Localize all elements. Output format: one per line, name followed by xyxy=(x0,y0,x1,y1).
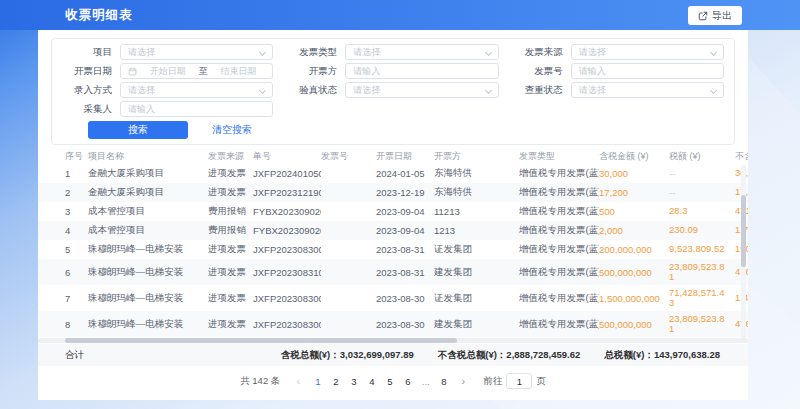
chevron-down-icon xyxy=(259,87,266,94)
table-row: 4成本管控项目费用报销FYBX202309020032023-09-041213… xyxy=(38,221,748,240)
cell-amount: 2,000 xyxy=(599,225,669,236)
select-8[interactable]: 请选择 xyxy=(571,82,724,98)
horizontal-scrollbar[interactable] xyxy=(38,338,748,343)
cell-date: 2023-08-30 xyxy=(376,293,434,304)
cell-source: 费用报销 xyxy=(208,205,253,218)
cell-type: 增值税专用发票(蓝) xyxy=(519,318,599,331)
select-1[interactable]: 请选择 xyxy=(345,44,498,60)
page-button-4[interactable]: 4 xyxy=(364,376,379,387)
cell-order_no: JXFP20230830001 xyxy=(253,293,321,304)
summary-tax-inclusive: 含税总额(¥)：3,032,699,097.89 xyxy=(281,349,414,362)
filter-field-查重状态: 查重状态请选择 xyxy=(513,82,724,98)
field-placeholder: 请选择 xyxy=(579,46,606,59)
page-button-2[interactable]: 2 xyxy=(328,376,343,387)
goto-page-label: 前往 xyxy=(483,375,502,388)
page-button-8[interactable]: 8 xyxy=(436,376,451,387)
cell-issuer: 建发集团 xyxy=(434,318,519,331)
cell-seq: 5 xyxy=(65,244,88,255)
cell-type: 增值税专用发票(蓝) xyxy=(519,224,599,237)
cell-seq: 8 xyxy=(65,319,88,330)
table-row: 6珠穆朗玛峰—电梯安装进项发票JXFP202308310012023-08-31… xyxy=(38,259,748,285)
cell-issuer: 证发集团 xyxy=(434,292,519,305)
date-separator: 至 xyxy=(199,65,208,78)
cell-type: 增值税专用发票(蓝) xyxy=(519,186,599,199)
vertical-scrollbar[interactable] xyxy=(741,165,746,343)
invoice-table: 序号项目名称发票来源单号发票号开票日期开票方发票类型含税金额 (¥)税额 (¥)… xyxy=(38,149,748,366)
column-header-3: 单号 xyxy=(253,150,321,163)
vertical-scrollbar-thumb[interactable] xyxy=(741,195,746,267)
cell-type: 增值税专用发票(蓝) xyxy=(519,292,599,305)
cell-tax: 23,809,523.81 xyxy=(669,259,735,285)
cell-source: 费用报销 xyxy=(208,224,253,237)
summary-tax-inclusive-value: 3,032,699,097.89 xyxy=(340,349,414,360)
page-ellipsis: ... xyxy=(418,376,433,387)
filter-field-验真状态: 验真状态请选择 xyxy=(287,82,498,98)
table-row: 3成本管控项目费用报销FYBX202309020032023-09-041121… xyxy=(38,202,748,221)
cell-amount: 1,500,000,000 xyxy=(599,293,669,304)
input-9[interactable]: 请输入 xyxy=(120,101,273,117)
summary-label: 合计 xyxy=(65,349,84,362)
cell-order_no: FYBX20230902003 xyxy=(253,225,321,236)
summary-tax-exclusive-value: 2,888,728,459.62 xyxy=(506,349,580,360)
table-summary-row: 合计 含税总额(¥)：3,032,699,097.89 不含税总额(¥)：2,8… xyxy=(38,344,748,366)
select-6[interactable]: 请选择 xyxy=(120,82,273,98)
cell-project: 成本管控项目 xyxy=(88,224,208,237)
page-button-3[interactable]: 3 xyxy=(346,376,361,387)
page-button-1[interactable]: 1 xyxy=(310,376,325,387)
table-row: 7珠穆朗玛峰—电梯安装进项发票JXFP202308300012023-08-30… xyxy=(38,285,748,311)
cell-date: 2023-09-04 xyxy=(376,225,434,236)
cell-type: 增值税专用发票(蓝) xyxy=(519,205,599,218)
cell-tax: 9,523,809.52 xyxy=(669,242,735,258)
page-button-6[interactable]: 6 xyxy=(400,376,415,387)
filter-field-开票方: 开票方请输入 xyxy=(287,63,498,79)
cell-date: 2023-08-31 xyxy=(376,244,434,255)
calendar-icon xyxy=(128,67,137,76)
prev-page-button[interactable]: ‹ xyxy=(291,375,305,387)
cell-source: 进项发票 xyxy=(208,243,253,256)
cell-tax: -- xyxy=(669,168,735,179)
export-button[interactable]: 导出 xyxy=(688,6,742,25)
cell-issuer: 东海特供 xyxy=(434,186,519,199)
table-body: 1金融大厦采购项目进项发票JXFP202401050012024-01-05东海… xyxy=(38,164,748,337)
summary-tax-exclusive-label: 不含税总额(¥)： xyxy=(438,349,507,360)
column-header-0: 序号 xyxy=(65,150,88,163)
page-button-5[interactable]: 5 xyxy=(382,376,397,387)
table-row: 8珠穆朗玛峰—电梯安装进项发票JXFP202308300032023-08-30… xyxy=(38,311,748,337)
date-start-placeholder: 开始日期 xyxy=(141,65,195,78)
filter-field-发票类型: 发票类型请选择 xyxy=(287,44,498,60)
horizontal-scrollbar-thumb[interactable] xyxy=(65,338,457,343)
cell-seq: 2 xyxy=(65,187,88,198)
date-end-placeholder: 结束日期 xyxy=(212,65,266,78)
filter-field-发票号: 发票号请输入 xyxy=(513,63,724,79)
field-placeholder: 请选择 xyxy=(353,46,380,59)
chevron-down-icon xyxy=(259,49,266,56)
select-0[interactable]: 请选择 xyxy=(120,44,273,60)
column-header-10: 不含税金额 (¥) xyxy=(735,150,748,163)
cell-order_no: JXFP20230831001 xyxy=(253,267,321,278)
search-button[interactable]: 搜索 xyxy=(88,121,188,139)
table-row: 1金融大厦采购项目进项发票JXFP202401050012024-01-05东海… xyxy=(38,164,748,183)
filter-panel: 项目请选择发票类型请选择发票来源请选择开票日期开始日期至结束日期开票方请输入发票… xyxy=(51,38,735,145)
summary-tax-inclusive-label: 含税总额(¥)： xyxy=(281,349,340,360)
summary-tax-exclusive: 不含税总额(¥)：2,888,728,459.62 xyxy=(438,349,581,362)
input-4[interactable]: 请输入 xyxy=(345,63,498,79)
cell-source: 进项发票 xyxy=(208,292,253,305)
summary-total-tax: 总税额(¥)：143,970,638.28 xyxy=(604,349,720,362)
page-title: 收票明细表 xyxy=(65,7,133,24)
cell-project: 珠穆朗玛峰—电梯安装 xyxy=(88,266,208,279)
next-page-button[interactable]: › xyxy=(456,375,470,387)
goto-page-input[interactable] xyxy=(506,373,532,389)
page-number-list: 123456...8 xyxy=(310,376,451,387)
input-5[interactable]: 请输入 xyxy=(571,63,724,79)
table-header-row: 序号项目名称发票来源单号发票号开票日期开票方发票类型含税金额 (¥)税额 (¥)… xyxy=(38,149,748,164)
clear-search-link[interactable]: 清空搜索 xyxy=(212,123,252,137)
cell-order_no: JXFP20230830003 xyxy=(253,319,321,330)
cell-seq: 1 xyxy=(65,168,88,179)
cell-project: 珠穆朗玛峰—电梯安装 xyxy=(88,243,208,256)
column-header-1: 项目名称 xyxy=(88,150,208,163)
daterange-3[interactable]: 开始日期至结束日期 xyxy=(120,63,273,79)
chevron-down-icon xyxy=(485,87,492,94)
select-2[interactable]: 请选择 xyxy=(571,44,724,60)
pagination: 共 142 条 ‹ 123456...8 › 前往 页 xyxy=(38,369,748,393)
select-7[interactable]: 请选择 xyxy=(345,82,498,98)
